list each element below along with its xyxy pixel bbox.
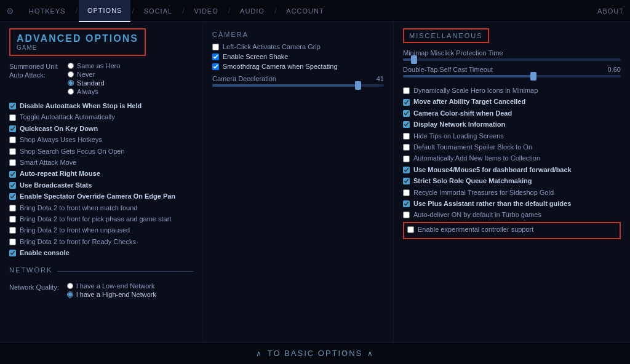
misc-options-list: Dynamically Scale Hero Icons in Minimap … <box>403 86 621 239</box>
nav-sep-4: / <box>228 7 230 15</box>
option-smart-attack[interactable]: Smart Attack Move <box>9 158 193 167</box>
advanced-options-title-box: ADVANCED OPTIONS GAME <box>9 28 146 56</box>
nav-video[interactable]: VIDEO <box>185 0 226 22</box>
nav-sep-5: / <box>274 7 276 15</box>
summoned-unit-label: Summoned UnitAuto Attack: <box>9 62 65 97</box>
to-basic-label: TO BASIC OPTIONS <box>268 349 363 358</box>
network-quality-row: Network Quality: I have a Low-end Networ… <box>9 282 193 299</box>
network-title: NETWORK <box>9 266 52 274</box>
network-quality-label: Network Quality: <box>9 282 59 291</box>
camera-column: CAMERA Left-Click Activates Camera Grip … <box>203 22 394 342</box>
nav-sep-1: / <box>76 7 78 15</box>
option-experimental-controller[interactable]: Enable experimental controller support <box>407 225 616 234</box>
option-bring-match-found[interactable]: Bring Dota 2 to front when match found <box>9 204 193 213</box>
misc-title-box: MISCELLANEOUS <box>403 28 489 43</box>
summoned-unit-options: Same as Hero Never Standard Always <box>65 62 193 97</box>
deceleration-slider[interactable] <box>212 84 384 87</box>
option-auto-add-items[interactable]: Automatically Add New Items to Collectio… <box>403 154 621 163</box>
option-camera-color-shift[interactable]: Camera Color-shift when Dead <box>403 109 621 118</box>
option-toggle-autoattack[interactable]: Toggle Autoattack Automatically <box>9 113 193 122</box>
option-bring-unpaused[interactable]: Bring Dota 2 to front when unpaused <box>9 226 193 235</box>
minimap-slider-row: Minimap Misclick Protection Time <box>403 49 621 61</box>
option-quickcast[interactable]: Quickcast On Key Down <box>9 124 193 133</box>
gear-icon: ⚙ <box>6 6 14 16</box>
chevron-up-right-icon: ∧ <box>367 349 374 358</box>
option-spectator-camera[interactable]: Enable Spectator Override Camera On Edge… <box>9 192 193 201</box>
top-navigation: ⚙ HOTKEYS / OPTIONS / SOCIAL / VIDEO / A… <box>0 0 630 22</box>
option-bring-ready-checks[interactable]: Bring Dota 2 to front for Ready Checks <box>9 237 193 247</box>
deceleration-label: Camera Deceleration <box>212 75 276 82</box>
radio-standard[interactable]: Standard <box>65 79 193 87</box>
nav-sep-2: / <box>132 7 134 15</box>
doubletap-fill <box>403 75 533 77</box>
option-hide-tips[interactable]: Hide Tips on Loading Screens <box>403 132 621 141</box>
bottom-bar: ∧ TO BASIC OPTIONS ∧ <box>0 342 630 364</box>
camera-deceleration-section: Camera Deceleration 41 <box>212 75 384 87</box>
chevron-up-left-icon: ∧ <box>256 349 263 358</box>
option-leftclick-camera[interactable]: Left-Click Activates Camera Grip <box>212 43 384 50</box>
option-display-network[interactable]: Display Network Information <box>403 120 621 129</box>
option-smoothdrag[interactable]: Smoothdrag Camera when Spectating <box>212 63 384 70</box>
option-bring-pick-phase[interactable]: Bring Dota 2 to front for pick phase and… <box>9 215 193 224</box>
radio-never[interactable]: Never <box>65 71 193 78</box>
misc-column: MISCELLANEOUS Minimap Misclick Protectio… <box>394 22 630 342</box>
option-experimental-controller-box: Enable experimental controller support <box>403 222 621 239</box>
deceleration-thumb[interactable] <box>355 81 361 90</box>
radio-low-end[interactable]: I have a Low-end Network <box>64 282 156 290</box>
to-basic-button[interactable]: ∧ TO BASIC OPTIONS ∧ <box>256 349 375 358</box>
network-section: NETWORK Network Quality: I have a Low-en… <box>9 264 193 299</box>
nav-sep-3: / <box>182 7 184 15</box>
radio-high-end[interactable]: I have a High-end Network <box>64 291 156 298</box>
minimap-slider[interactable] <box>403 58 621 61</box>
game-subtitle: GAME <box>17 44 138 51</box>
doubletap-slider[interactable] <box>403 75 621 77</box>
doubletap-label-row: Double-Tap Self Cast Timeout 0.60 <box>403 66 621 73</box>
option-auto-repeat[interactable]: Auto-repeat Right Mouse <box>9 169 193 178</box>
deceleration-fill <box>212 84 358 87</box>
option-recycle-immortal[interactable]: Recycle Immortal Treasures for Sideshop … <box>403 188 621 197</box>
minimap-label-row: Minimap Misclick Protection Time <box>403 49 621 57</box>
doubletap-value: 0.60 <box>608 66 621 73</box>
option-move-after-ability[interactable]: Move after Ability Target Cancelled <box>403 97 621 106</box>
advanced-options-heading: ADVANCED OPTIONS <box>17 33 138 44</box>
nav-audio[interactable]: AUDIO <box>231 0 273 22</box>
doubletap-label: Double-Tap Self Cast Timeout <box>403 66 493 73</box>
game-column: ADVANCED OPTIONS GAME Summoned UnitAuto … <box>0 22 203 342</box>
nav-about[interactable]: ABOUT <box>597 7 624 15</box>
option-screen-shake[interactable]: Enable Screen Shake <box>212 53 384 60</box>
option-broadcaster-stats[interactable]: Use Broadcaster Stats <box>9 181 193 190</box>
game-options-list: Disable Autoattack When Stop is Held Tog… <box>9 101 193 258</box>
radio-always[interactable]: Always <box>65 88 193 95</box>
network-title-row: NETWORK <box>9 264 193 279</box>
radio-same-as-hero[interactable]: Same as Hero <box>65 62 193 69</box>
nav-social[interactable]: SOCIAL <box>135 0 181 22</box>
option-tournament-spoiler[interactable]: Default Tournament Spoiler Block to On <box>403 143 621 152</box>
minimap-thumb[interactable] <box>411 55 417 64</box>
nav-options[interactable]: OPTIONS <box>79 0 131 22</box>
minimap-label: Minimap Misclick Protection Time <box>403 49 503 57</box>
network-quality-options: I have a Low-end Network I have a High-e… <box>64 282 156 299</box>
misc-title: MISCELLANEOUS <box>409 32 483 39</box>
option-plus-assistant[interactable]: Use Plus Assistant rather than the defau… <box>403 199 621 208</box>
network-divider <box>57 271 193 272</box>
option-disable-autoattack[interactable]: Disable Autoattack When Stop is Held <box>9 101 193 111</box>
option-shop-hotkeys[interactable]: Shop Always Uses Hotkeys <box>9 135 193 144</box>
doubletap-slider-row: Double-Tap Self Cast Timeout 0.60 <box>403 66 621 77</box>
main-content: ADVANCED OPTIONS GAME Summoned UnitAuto … <box>0 22 630 342</box>
option-dynamically-scale[interactable]: Dynamically Scale Hero Icons in Minimap <box>403 86 621 95</box>
option-strict-solo[interactable]: Strict Solo Role Queue Matchmaking <box>403 176 621 186</box>
nav-account[interactable]: ACCOUNT <box>277 0 332 22</box>
doubletap-thumb[interactable] <box>530 72 536 81</box>
camera-title: CAMERA <box>212 31 384 38</box>
option-enable-console[interactable]: Enable console <box>9 248 193 258</box>
option-shop-search[interactable]: Shop Search Gets Focus On Open <box>9 147 193 156</box>
summoned-unit-row: Summoned UnitAuto Attack: Same as Hero N… <box>9 62 193 97</box>
option-auto-deliver[interactable]: Auto-deliver ON by default in Turbo game… <box>403 210 621 220</box>
deceleration-value: 41 <box>377 75 384 82</box>
nav-hotkeys[interactable]: HOTKEYS <box>20 0 74 22</box>
option-mouse45[interactable]: Use Mouse4/Mouse5 for dashboard forward/… <box>403 165 621 175</box>
